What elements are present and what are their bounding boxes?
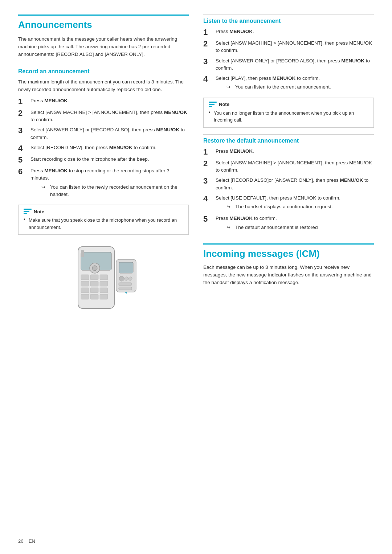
svg-rect-11 xyxy=(100,288,108,293)
record-step-4: 4 Select [RECORD NEW], then press MENU/O… xyxy=(18,144,189,153)
page-lang: EN xyxy=(29,538,35,544)
listen-step-2: 2 Select [ANSW MACHINE] > [ANNOUNCEMENT]… xyxy=(203,40,374,54)
svg-rect-5 xyxy=(100,275,108,280)
svg-point-22 xyxy=(128,277,132,280)
step-num: 2 xyxy=(203,159,214,168)
record-step-5: 5 Start recording close to the microphon… xyxy=(18,156,189,164)
record-step-6: 6 Press MENU/OK to stop recording or the… xyxy=(18,167,189,200)
svg-rect-14 xyxy=(100,294,108,299)
sub-text: You can listen to the newly recorded ann… xyxy=(50,184,189,198)
note-icon-lines-2 xyxy=(209,102,217,107)
listen-step-1: 1 Press MENU/OK. xyxy=(203,28,374,37)
step-content: Press MENU/OK. xyxy=(216,148,374,155)
listen-title: Listen to the announcement xyxy=(203,15,374,24)
step-num: 2 xyxy=(18,109,29,118)
restore-step-1: 1 Press MENU/OK. xyxy=(203,148,374,156)
record-steps: 1 Press MENU/OK. 2 Select [ANSW MACHINE]… xyxy=(18,97,189,200)
restore-step-3: 3 Select [RECORD ALSO]or [ANSWER ONLY], … xyxy=(203,177,374,192)
step-content: Select [ANSW MACHINE] > [ANNOUNCEMENT], … xyxy=(216,40,374,54)
note-label-2: Note xyxy=(219,102,229,107)
svg-rect-8 xyxy=(100,281,108,286)
page-number: 26 xyxy=(18,538,23,544)
note-icon-line-2 xyxy=(24,211,29,212)
icm-para: Each message can be up to 3 minutes long… xyxy=(203,264,374,287)
step-num: 3 xyxy=(18,126,29,135)
svg-rect-23 xyxy=(119,283,132,286)
note-bullet-1: • Make sure that you speak close to the … xyxy=(24,217,183,231)
restore-step-2: 2 Select [ANSW MACHINE] > [ANNOUNCEMENT]… xyxy=(203,159,374,174)
bullet-dot: • xyxy=(24,217,26,222)
note-text-2: You can no longer listen to the announce… xyxy=(214,110,368,124)
listen-section: Listen to the announcement 1 Press MENU/… xyxy=(203,15,374,93)
arrow-symbol: ↪ xyxy=(226,203,234,210)
restore-steps: 1 Press MENU/OK. 2 Select [ANSW MACHINE]… xyxy=(203,148,374,233)
step-num: 4 xyxy=(18,144,29,153)
record-step-1: 1 Press MENU/OK. xyxy=(18,97,189,106)
svg-rect-2 xyxy=(81,250,84,257)
step-content: Select [USE DEFAULT], then press MENU/OK… xyxy=(216,194,374,212)
record-step-3: 3 Select [ANSWER ONLY] or [RECORD ALSO],… xyxy=(18,126,189,141)
step-num: 1 xyxy=(203,148,214,156)
restore-step-4-sub: ↪ The handset displays a confirmation re… xyxy=(226,203,374,210)
svg-point-16 xyxy=(92,266,97,271)
listen-step-4-sub: ↪ You can listen to the current announce… xyxy=(226,83,374,91)
listen-step-3: 3 Select [ANSWER ONLY] or [RECORD ALSO],… xyxy=(203,57,374,72)
step-num: 1 xyxy=(203,28,214,37)
step-num: 4 xyxy=(203,194,214,203)
restore-section: Restore the default announcement 1 Press… xyxy=(203,134,374,233)
step-num: 4 xyxy=(203,75,214,83)
note-icon-line-1 xyxy=(24,209,32,210)
step-num: 1 xyxy=(18,97,29,106)
left-column: Announcements The announcement is the me… xyxy=(18,15,189,317)
svg-rect-12 xyxy=(81,294,89,299)
main-title: Announcements xyxy=(18,15,189,30)
step-content: Select [ANSW MACHINE] > [ANNOUNCEMENT], … xyxy=(30,109,189,124)
sub-text: The handset displays a confirmation requ… xyxy=(235,203,333,210)
sub-text: The default announcement is restored xyxy=(235,224,318,231)
step-num: 5 xyxy=(203,215,214,223)
svg-point-20 xyxy=(119,276,124,281)
icm-section: Incoming messages (ICM) Each message can… xyxy=(203,243,374,287)
restore-step-4: 4 Select [USE DEFAULT], then press MENU/… xyxy=(203,194,374,212)
phone-image-container xyxy=(18,241,189,314)
step-content: Press MENU/OK to stop recording or the r… xyxy=(30,167,189,200)
restore-title: Restore the default announcement xyxy=(203,134,374,144)
record-desc: The maximum length of the announcement y… xyxy=(18,78,189,94)
svg-rect-10 xyxy=(90,288,98,293)
restore-step-5: 5 Press MENU/OK to confirm. ↪ The defaul… xyxy=(203,215,374,233)
right-column: Listen to the announcement 1 Press MENU/… xyxy=(203,15,374,317)
page-layout: Announcements The announcement is the me… xyxy=(0,0,392,332)
step-content: Select [PLAY], then press MENU/OK to con… xyxy=(216,75,374,93)
svg-rect-19 xyxy=(119,262,133,273)
step-num: 6 xyxy=(18,167,29,176)
svg-rect-6 xyxy=(81,281,89,286)
note-text-1: Make sure that you speak close to the mi… xyxy=(29,217,183,231)
record-step-6-sub: ↪ You can listen to the newly recorded a… xyxy=(41,184,189,198)
note-icon-line-c xyxy=(209,106,212,107)
icm-title: Incoming messages (ICM) xyxy=(203,248,374,259)
svg-rect-24 xyxy=(119,287,132,290)
note-box-1: Note • Make sure that you speak close to… xyxy=(18,205,189,235)
note-icon-line-a xyxy=(209,102,217,103)
step-content: Press MENU/OK. xyxy=(216,28,374,35)
bullet-dot-2: • xyxy=(209,110,212,115)
svg-rect-7 xyxy=(90,281,98,286)
note-bullet-2: • You can no longer listen to the announ… xyxy=(209,110,368,124)
step-content: Select [RECORD ALSO]or [ANSWER ONLY], th… xyxy=(216,177,374,192)
step-content: Select [ANSW MACHINE] > [ANNOUNCEMENT], … xyxy=(216,159,374,174)
note-icon-line-3 xyxy=(24,213,27,214)
note-icon-line-b xyxy=(209,104,215,105)
note-icon-2 xyxy=(209,102,217,107)
step-content: Select [RECORD NEW], then press MENU/OK … xyxy=(30,144,189,151)
listen-steps: 1 Press MENU/OK. 2 Select [ANSW MACHINE]… xyxy=(203,28,374,93)
note-label-1: Note xyxy=(34,209,44,214)
note-icon-lines xyxy=(24,209,32,214)
svg-rect-3 xyxy=(81,275,89,280)
arrow-symbol: ↪ xyxy=(226,224,234,231)
note-header-1: Note xyxy=(24,209,183,214)
step-content: Select [ANSWER ONLY] or [RECORD ALSO], t… xyxy=(216,57,374,72)
page-footer: 26 EN xyxy=(18,538,35,544)
restore-step-5-sub: ↪ The default announcement is restored xyxy=(226,224,374,231)
svg-rect-4 xyxy=(90,275,98,280)
note-icon-1 xyxy=(24,209,32,214)
